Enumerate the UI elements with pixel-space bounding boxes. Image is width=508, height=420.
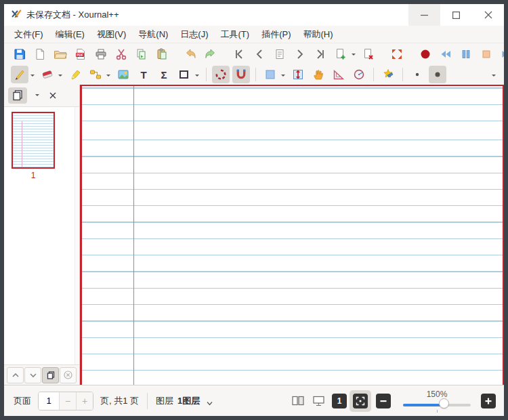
menu-edit[interactable]: 编辑(E) <box>49 26 91 43</box>
redo-button[interactable] <box>202 45 219 63</box>
first-page-button[interactable] <box>230 45 248 63</box>
chevron-down-icon[interactable] <box>195 75 199 79</box>
vertical-space-button[interactable] <box>289 66 307 83</box>
goto-page-button[interactable] <box>271 45 289 63</box>
first-page-icon <box>233 48 245 60</box>
menu-help[interactable]: 帮助(H) <box>297 26 339 43</box>
page-decrement-button[interactable]: − <box>59 392 76 410</box>
sidebar-close-button[interactable] <box>43 87 62 104</box>
pen-size-fine-icon <box>411 68 423 81</box>
menu-plugins[interactable]: 插件(P) <box>255 26 297 43</box>
undo-icon <box>184 48 196 60</box>
chevron-down-icon[interactable] <box>352 54 356 58</box>
toolbar-overflow-chevron-icon[interactable] <box>492 75 496 79</box>
copy-icon <box>135 48 148 60</box>
setsquare-tool-button[interactable] <box>330 66 347 83</box>
chevron-down-icon[interactable] <box>106 75 110 79</box>
close-button[interactable] <box>472 4 504 26</box>
cut-button[interactable] <box>112 45 130 63</box>
zoom-slider[interactable]: 150% <box>402 389 472 413</box>
highlighter-tool-button[interactable] <box>66 66 84 83</box>
copy-button[interactable] <box>133 45 150 63</box>
chevron-down-icon[interactable] <box>281 75 285 79</box>
pause-button[interactable] <box>457 45 475 63</box>
statusbar: 页面 − + 页, 共1 页 图层 1图层 1 <box>4 385 504 416</box>
last-page-button[interactable] <box>312 45 329 63</box>
delete-page-sidebar-button[interactable] <box>60 367 77 383</box>
page-preview-tab[interactable] <box>8 87 27 104</box>
page-down-button[interactable] <box>24 367 41 383</box>
new-file-button[interactable] <box>31 45 49 63</box>
new-page-button[interactable] <box>332 45 350 63</box>
zoom-fit-button[interactable] <box>353 394 368 408</box>
chevron-down-icon[interactable] <box>30 75 35 79</box>
rewind-button[interactable] <box>437 45 454 63</box>
select-region-button[interactable] <box>261 66 279 83</box>
sidebar-scrollbar[interactable] <box>75 107 79 364</box>
pen-size-fine-button[interactable] <box>408 66 426 83</box>
hand-tool-button[interactable] <box>310 66 327 83</box>
paste-button[interactable] <box>153 45 171 63</box>
shape-recognizer-button[interactable] <box>87 66 104 83</box>
layer-label: 图层 <box>156 395 173 407</box>
eraser-tool-button[interactable] <box>39 66 56 83</box>
zoom-out-button[interactable] <box>376 394 391 408</box>
stop-button[interactable] <box>478 45 495 63</box>
menu-navigation[interactable]: 导航(N) <box>132 26 174 43</box>
zoom-in-button[interactable] <box>481 394 496 408</box>
menu-file[interactable]: 文件(F) <box>8 26 49 43</box>
grid-snap-toggle[interactable] <box>232 66 250 83</box>
zoom-slider-thumb[interactable] <box>439 398 449 408</box>
document-page[interactable] <box>80 85 504 385</box>
record-icon <box>419 48 431 60</box>
forward-button[interactable] <box>498 45 508 63</box>
pen-tool-button[interactable] <box>11 66 28 83</box>
minimize-icon <box>421 12 428 19</box>
dual-page-toggle[interactable] <box>289 392 307 410</box>
page-thumbnail[interactable] <box>12 112 55 169</box>
stylus-icon <box>382 68 394 81</box>
text-tool-button[interactable]: T <box>135 66 152 83</box>
page-up-button[interactable] <box>7 367 24 383</box>
duplicate-page-button[interactable] <box>42 367 59 383</box>
presentation-toggle[interactable] <box>310 392 327 410</box>
shapes-tool-button[interactable] <box>175 66 193 83</box>
layer-dropdown[interactable] <box>207 398 213 408</box>
page-number-input[interactable] <box>39 392 59 410</box>
sidebar-chevron-down-icon[interactable] <box>35 94 39 98</box>
thumbnail-page-number: 1 <box>9 171 57 180</box>
record-audio-button[interactable] <box>417 45 434 63</box>
next-page-button[interactable] <box>291 45 309 63</box>
stylus-tool-button[interactable] <box>379 66 397 83</box>
pen-size-medium-button[interactable] <box>429 66 446 83</box>
save-button[interactable] <box>11 45 28 63</box>
rotation-snap-toggle[interactable] <box>212 66 230 83</box>
delete-page-button[interactable] <box>360 45 377 63</box>
zoom-100-button[interactable]: 1 <box>332 394 347 408</box>
window-title: 未保存文档 - Xournal++ <box>26 9 119 21</box>
image-icon <box>117 68 129 81</box>
menu-tools[interactable]: 工具(T) <box>215 26 256 43</box>
compass-tool-button[interactable] <box>350 66 368 83</box>
maximize-button[interactable] <box>440 4 472 26</box>
menubar: 文件(F) 编辑(E) 视图(V) 导航(N) 日志(J) 工具(T) 插件(P… <box>4 26 504 43</box>
open-button[interactable] <box>51 45 69 63</box>
minimize-button[interactable] <box>408 4 440 26</box>
previous-page-button[interactable] <box>251 45 268 63</box>
chevron-down-icon[interactable] <box>58 75 62 79</box>
image-tool-button[interactable] <box>114 66 132 83</box>
delete-page-icon <box>362 48 375 60</box>
print-button[interactable] <box>92 45 110 63</box>
undo-button[interactable] <box>182 45 199 63</box>
pause-icon <box>460 48 472 60</box>
close-icon <box>484 11 492 19</box>
zoom-slider-track[interactable] <box>403 404 471 406</box>
fullscreen-button[interactable] <box>388 45 406 63</box>
tex-tool-button[interactable]: Σ <box>155 66 173 83</box>
page-increment-button[interactable]: + <box>76 392 93 410</box>
menu-journal[interactable]: 日志(J) <box>174 26 214 43</box>
page-thumbnail-item[interactable]: 1 <box>9 112 57 180</box>
pen-size-medium-icon <box>431 68 444 81</box>
menu-view[interactable]: 视图(V) <box>91 26 132 43</box>
export-pdf-button[interactable]: PDF <box>72 45 89 63</box>
